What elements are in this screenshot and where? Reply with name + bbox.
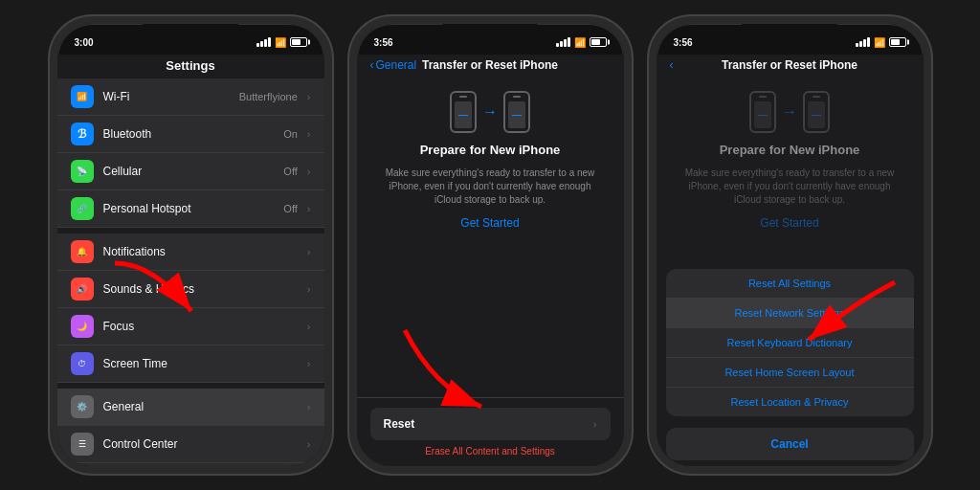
hotspot-icon: 🔗 (71, 197, 94, 220)
get-started-btn-3[interactable]: Get Started (760, 216, 818, 230)
settings-display[interactable]: ☀️ Display & Brightness › (57, 463, 324, 466)
bluetooth-chevron: › (307, 128, 311, 140)
phone-mini-screen-l (455, 101, 472, 128)
reset-menu: Reset All Settings Reset Network Setting… (666, 269, 914, 416)
prepare-desc-3: Make sure everything's ready to transfer… (676, 167, 904, 207)
notch-2 (442, 24, 538, 45)
wifi-icon-3: 📶 (874, 37, 885, 48)
get-started-btn-2[interactable]: Get Started (460, 216, 519, 230)
phone-mini-notch-l (459, 96, 467, 98)
transfer-arrow-3: → (782, 103, 797, 121)
cancel-button[interactable]: Cancel (666, 428, 914, 460)
wifi-icon-2: 📶 (574, 37, 586, 48)
notifications-chevron: › (307, 246, 311, 257)
signal-1 (256, 37, 271, 47)
transfer-content: → Prepare for New iPhone Make sure every… (357, 76, 624, 397)
screen-2: ‹ General Transfer or Reset iPhone → (357, 55, 624, 466)
general-icon: ⚙️ (71, 395, 94, 418)
wifi-icon: 📶 (71, 85, 94, 108)
reset-home-screen-layout[interactable]: Reset Home Screen Layout (666, 358, 914, 388)
status-icons-2: 📶 (556, 37, 607, 48)
status-icons-3: 📶 (856, 37, 906, 48)
sounds-label: Sounds & Haptics (103, 282, 298, 296)
focus-label: Focus (103, 320, 298, 333)
wifi-chevron: › (307, 91, 311, 102)
cellular-label: Cellular (103, 165, 275, 178)
settings-sounds[interactable]: 🔊 Sounds & Haptics › (57, 271, 324, 308)
settings-hotspot[interactable]: 🔗 Personal Hotspot Off › (57, 190, 324, 228)
phone-2: 3:56 📶 ‹ General Transfer or Reset iPhon… (349, 16, 632, 474)
prepare-desc-2: Make sure everything's ready to transfer… (376, 167, 605, 207)
settings-controlcenter[interactable]: ☰ Control Center › (57, 426, 324, 463)
reset-location-privacy[interactable]: Reset Location & Privacy (666, 388, 914, 416)
phone-mini-screen-r3 (808, 101, 825, 128)
reset-keyboard-dictionary[interactable]: Reset Keyboard Dictionary (666, 328, 914, 358)
screen-line-l3 (758, 115, 768, 116)
wifi-icon-1: 📶 (275, 37, 286, 48)
controlcenter-chevron: › (307, 438, 311, 450)
phone-mini-screen-r (508, 101, 525, 128)
controlcenter-label: Control Center (103, 437, 298, 451)
screentime-icon: ⏱ (71, 352, 94, 375)
nav-bar-2: ‹ General Transfer or Reset iPhone (357, 55, 624, 76)
cellular-icon: 📡 (71, 160, 94, 183)
reset-all-settings[interactable]: Reset All Settings (666, 269, 914, 299)
settings-list: 📶 Wi-Fi Butterflyione › ℬ Bluetooth On ›… (57, 78, 324, 466)
nav-back-3[interactable]: ‹ (670, 58, 674, 72)
hotspot-label: Personal Hotspot (103, 202, 275, 215)
notifications-label: Notifications (103, 245, 298, 258)
erase-link[interactable]: Erase All Content and Settings (370, 446, 611, 457)
general-label: General (103, 400, 298, 413)
nav-title-3: Transfer or Reset iPhone (722, 58, 858, 72)
phone-mini-screen-l3 (754, 101, 771, 128)
nav-bar-3: ‹ Transfer or Reset iPhone (657, 55, 924, 76)
hotspot-value: Off (283, 203, 297, 214)
settings-bluetooth[interactable]: ℬ Bluetooth On › (57, 116, 324, 153)
phone-mini-left (450, 91, 477, 133)
settings-title: Settings (57, 55, 324, 78)
time-3: 3:56 (674, 37, 693, 48)
bluetooth-label: Bluetooth (103, 127, 275, 141)
settings-notifications[interactable]: 🔔 Notifications › (57, 234, 324, 271)
cellular-value: Off (283, 166, 297, 177)
notifications-icon: 🔔 (71, 240, 94, 263)
status-icons-1: 📶 (256, 37, 307, 48)
phones-icon-3: → (749, 91, 830, 133)
phone-mini-notch-r (513, 96, 521, 98)
screen-3: ‹ Transfer or Reset iPhone → (657, 55, 924, 466)
screen-1: Settings 📶 Wi-Fi Butterflyione › ℬ Bluet… (57, 55, 324, 466)
screen-line-l (458, 115, 468, 116)
reset-label: Reset (384, 417, 415, 431)
time-1: 3:00 (75, 37, 94, 48)
phone-mini-right (503, 91, 530, 133)
settings-general[interactable]: ⚙️ General › (57, 389, 324, 426)
phone-mini-notch-r3 (813, 96, 820, 98)
bluetooth-value: On (283, 128, 298, 140)
signal-2 (556, 37, 570, 47)
phone-mini-notch-l3 (759, 96, 767, 98)
settings-screentime[interactable]: ⏱ Screen Time › (57, 345, 324, 383)
battery-1 (290, 37, 307, 47)
focus-chevron: › (307, 321, 311, 332)
settings-wifi[interactable]: 📶 Wi-Fi Butterflyione › (57, 78, 324, 116)
screen-line-r3 (812, 115, 821, 116)
nav-back-2[interactable]: ‹ General (370, 58, 417, 72)
settings-focus[interactable]: 🌙 Focus › (57, 308, 324, 345)
phone-3: 3:56 📶 ‹ Transfer or Reset iPhone (649, 16, 931, 474)
back-chevron-2: ‹ (370, 58, 374, 72)
phone-mini-left-3 (749, 91, 776, 133)
time-2: 3:56 (374, 37, 393, 48)
sounds-chevron: › (307, 283, 311, 295)
screentime-label: Screen Time (103, 357, 298, 370)
wifi-label: Wi-Fi (103, 90, 230, 103)
reset-network-settings[interactable]: Reset Network Settings (666, 299, 914, 328)
nav-title-2: Transfer or Reset iPhone (422, 58, 558, 72)
phone-mini-right-3 (803, 91, 830, 133)
controlcenter-icon: ☰ (71, 433, 94, 456)
settings-cellular[interactable]: 📡 Cellular Off › (57, 153, 324, 190)
reset-row[interactable]: Reset › (370, 408, 611, 440)
hotspot-chevron: › (307, 203, 311, 214)
battery-2 (590, 37, 607, 47)
prepare-title-3: Prepare for New iPhone (720, 143, 860, 157)
cellular-chevron: › (307, 166, 311, 177)
